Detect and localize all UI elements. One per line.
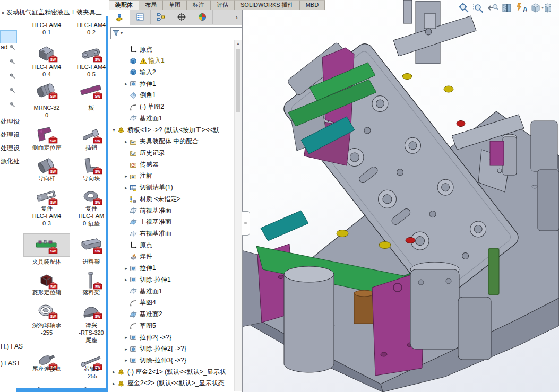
tree-item[interactable]: ▸拉伸2{ ->?} — [109, 332, 235, 343]
part-thumbnail[interactable]: SW — [24, 42, 70, 65]
tree-item[interactable]: 基准面1 — [109, 285, 235, 297]
feature-filter[interactable]: ▾ — [110, 27, 242, 39]
part-thumbnail[interactable]: SW — [24, 185, 70, 207]
zoom-fit-button[interactable] — [457, 1, 471, 14]
side-strip-entry[interactable]: 源化处 — [1, 157, 20, 166]
part-thumbnail[interactable]: SW — [68, 154, 109, 177]
part-label[interactable]: 进料架 — [68, 258, 109, 265]
tree-item[interactable]: 材质 <未指定> — [109, 193, 235, 205]
zoom-area-button[interactable] — [471, 1, 485, 14]
part-label[interactable]: 导向块 — [68, 175, 109, 182]
part-thumbnail[interactable]: SW — [24, 299, 70, 321]
side-strip-entry[interactable]: 处理设 — [1, 130, 20, 140]
tree-item[interactable]: 右视基准面 — [109, 228, 235, 240]
tree-scrollbar[interactable]: ▲ — [234, 40, 242, 391]
model-3d[interactable] — [242, 0, 559, 392]
part-label[interactable]: 导向杆 — [24, 175, 70, 182]
command-tab[interactable]: MBD — [300, 0, 325, 10]
annotation-views-button[interactable]: A — [514, 1, 528, 14]
part-thumbnail[interactable]: SW — [68, 79, 109, 101]
tree-expander[interactable]: ▸ — [123, 266, 130, 271]
part-label[interactable]: MRNC-320 — [24, 104, 70, 119]
part-thumbnail[interactable]: SW — [68, 42, 109, 65]
pin-icon[interactable] — [10, 59, 15, 65]
command-tab[interactable]: 标注 — [187, 0, 211, 10]
tree-expander[interactable]: ▸ — [123, 185, 130, 190]
panel-tab-dimxpertmanager[interactable] — [171, 10, 192, 24]
tree-item[interactable]: 倒角1 — [109, 90, 235, 101]
tree-expander[interactable]: ▸ — [123, 81, 130, 86]
command-tab[interactable]: 布局 — [139, 0, 163, 10]
tree-expander[interactable]: ▾ — [110, 127, 117, 133]
drive-entry[interactable]: ) FAST — [1, 360, 20, 367]
pin-icon[interactable] — [10, 45, 15, 50]
pinned-entry-label[interactable]: ad — [1, 43, 7, 51]
part-thumbnail[interactable]: SW — [68, 234, 109, 256]
tree-item[interactable]: 草图5 — [109, 320, 235, 332]
tree-item[interactable]: ▸切除-拉伸2{ ->?} — [109, 343, 235, 355]
pin-icon[interactable] — [10, 88, 15, 93]
drive-entry[interactable]: H:) FAS — [1, 343, 23, 350]
part-thumbnail[interactable]: SW — [24, 154, 70, 177]
tree-item[interactable]: ▸A注解 — [109, 170, 235, 182]
side-strip-entry[interactable]: 处理设 — [1, 144, 20, 153]
tree-item[interactable]: 草图4 — [109, 297, 235, 309]
command-tab[interactable]: SOLIDWORKS 插件 — [235, 0, 300, 10]
section-view-button[interactable] — [500, 1, 514, 14]
part-label[interactable]: 尾座连接盘 — [24, 365, 70, 372]
part-label[interactable]: HLC-FAM40-4 — [24, 63, 70, 78]
part-label[interactable]: HLC-FAM40-1 — [24, 21, 70, 36]
tree-item[interactable]: 上视基准面 — [109, 216, 235, 228]
assembly-title[interactable]: ▸发动机气缸盖精密液压工装夹具三 — [2, 8, 107, 17]
panel-tab-propertymanager[interactable] — [130, 10, 151, 24]
part-label[interactable]: 落料架 — [68, 289, 109, 296]
tree-item[interactable]: 历史记录 — [109, 147, 235, 159]
tree-item[interactable]: 焊件 — [109, 251, 235, 263]
tree-expander[interactable]: ▸ — [123, 139, 130, 144]
scroll-up-arrow[interactable]: ▲ — [235, 41, 242, 46]
tree-item[interactable]: 原点 — [109, 239, 235, 251]
tree-item[interactable]: ▾桥板<1> ->? (默认<按加工><<默 — [109, 124, 235, 136]
hide-show-items-button[interactable] — [545, 1, 551, 14]
tree-item[interactable]: ▸切除-拉伸3{ ->?} — [109, 354, 235, 366]
panel-tab-configurationmanager[interactable] — [151, 10, 171, 24]
part-thumbnail[interactable]: SW — [24, 124, 70, 146]
panel-splitter-handle[interactable] — [242, 211, 250, 236]
tree-expander[interactable]: ▸ — [123, 358, 130, 363]
part-label[interactable]: 复件HLC-FAM0-缸垫 — [68, 205, 109, 227]
filter-funnel-icon[interactable] — [113, 30, 119, 37]
part-label[interactable]: 板 — [68, 104, 109, 111]
part-label[interactable]: 复件HLC-FAM40-3 — [24, 205, 70, 227]
graphics-viewport[interactable]: A▾ — [242, 0, 559, 392]
tree-item[interactable]: 前视基准面 — [109, 205, 235, 216]
part-label[interactable]: HLC-FAM40-5 — [68, 63, 109, 78]
tree-item[interactable]: ▸(-) 座金2<1> (默认<<默认>_显示状 — [109, 366, 235, 378]
tree-item[interactable]: 基准面1 — [109, 112, 235, 124]
command-tab[interactable]: 装配体 — [109, 0, 139, 10]
filter-dropdown-arrow[interactable]: ▾ — [121, 31, 123, 36]
scrollbar-thumb[interactable] — [236, 49, 240, 112]
part-thumbnail[interactable]: SW — [68, 299, 109, 321]
tab-overflow-chevron[interactable]: › — [231, 10, 242, 25]
part-label[interactable]: HLC-FAM40-2 — [68, 21, 109, 36]
side-strip-entry[interactable]: 处理设 — [1, 117, 20, 126]
tree-item[interactable]: ▸ — [109, 389, 235, 392]
dropdown-caret-icon[interactable]: ▾ — [541, 5, 544, 10]
part-thumbnail[interactable]: SW — [68, 124, 109, 146]
tree-item[interactable]: 传感器 — [109, 159, 235, 170]
tree-item[interactable]: 输入1 — [109, 55, 235, 67]
filter-input[interactable] — [125, 29, 242, 38]
tree-expander[interactable]: ▸ — [123, 335, 130, 340]
tree-expander[interactable]: ▸ — [123, 277, 130, 282]
display-style-button[interactable] — [528, 1, 543, 14]
side-strip-selection[interactable] — [0, 30, 17, 43]
tree-item[interactable]: ▸切割清单(1) — [109, 182, 235, 194]
tree-item[interactable]: ▸座金2<2> (默认<<默认>_显示状态 — [109, 378, 235, 389]
pin-icon[interactable] — [10, 73, 15, 79]
part-label[interactable]: 芯轴1-255 — [68, 365, 109, 380]
pin-icon[interactable] — [10, 102, 15, 108]
part-thumbnail[interactable]: SW — [68, 185, 109, 207]
tree-item[interactable]: ▸夹具装配体 中的配合 — [109, 136, 235, 147]
tree-item[interactable]: ▸切除-拉伸1 — [109, 274, 235, 285]
command-tab[interactable]: 评估 — [211, 0, 235, 10]
